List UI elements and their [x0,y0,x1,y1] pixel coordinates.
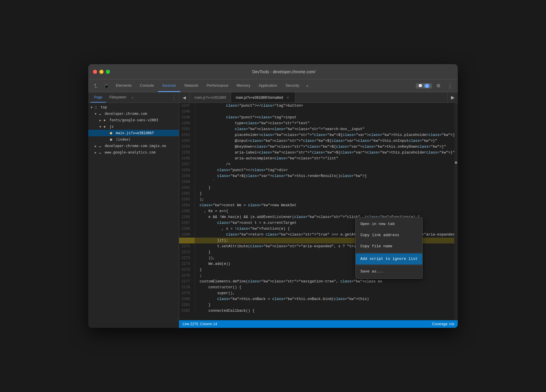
table-row: 2265 , Ke = e=>{ [179,208,458,214]
minimize-button[interactable] [99,70,104,74]
fullscreen-button[interactable] [106,70,110,74]
ctx-copy-link[interactable]: Copy link address [356,230,422,241]
tree-item-analytics[interactable]: ▶ ☁ www.google-analytics.com [88,149,179,156]
devtools-right-controls: 💬 1 ⚙ ⋮ [416,79,458,92]
tree-item-imgix[interactable]: ▶ ☁ developer-chrome-com.imgix.ne [88,143,179,149]
table-row: 2259 class="kw">${class="var">class="kw"… [179,173,458,179]
tree-arrow: ▶ [95,151,99,154]
window-title: DevTools - developer.chrome.com/ [115,69,453,74]
table-row: 2257 /> [179,161,458,167]
title-bar: DevTools - developer.chrome.com/ [88,64,458,79]
tree-arrow: ▼ [99,125,104,128]
tree-item-chrome-com[interactable]: ▼ ☁ developer.chrome.com [88,110,179,117]
editor-back-icon[interactable]: ◀ [179,92,190,103]
table-row: 2262} [179,191,458,197]
table-row: 2255 aria-label=class="kw">class="str">"… [179,150,458,156]
status-bar: Line 2270, Column 14 Coverage: n/a [179,320,458,328]
editor-tab-close-icon[interactable]: × [286,95,290,100]
tree-label-chrome-com: developer.chrome.com [105,112,147,116]
tree-item-js-folder[interactable]: ▼ ▪ js [88,123,179,130]
tree-label-fonts: fonts/google-sans-v2003 [109,118,158,122]
sidebar-menu-button[interactable]: ⋮ [169,94,179,101]
sidebar-more-tabs[interactable]: » [130,96,135,100]
cloud-icon: ☁ [99,144,104,148]
table-row: 2247 class="punct"></class="tag">button> [179,103,458,109]
tab-performance[interactable]: Performance [202,79,232,92]
tab-elements[interactable]: Elements [112,79,136,92]
tree-item-top[interactable]: ▼ □ top [88,104,179,110]
more-tabs-button[interactable]: » [303,79,311,92]
ctx-separator-2 [356,265,422,265]
ctx-save-as[interactable]: Save as... [356,266,422,277]
editor-tab-main-js[interactable]: main.js?v=e382d86f [190,92,231,103]
tree-label-main-js: main.js?v=e382d86f [116,131,154,135]
table-row: 2260 ` [179,179,458,185]
feedback-badge[interactable]: 💬 1 [416,83,432,88]
table-row: 2282 connectedCallback() { [179,308,458,314]
tree-label-analytics: www.google-analytics.com [105,150,155,154]
tab-console[interactable]: Console [136,79,158,92]
table-row: 2264class="kw">const We = class="kw">new… [179,202,458,208]
tab-memory[interactable]: Memory [233,79,255,92]
main-area: Page Filesystem » ⋮ ▼ □ top ▼ ☁ [88,92,458,328]
cursor-position: Line 2270, Column 14 [183,322,217,326]
table-row: 2251 class="kw">class=class="kw">class="… [179,126,458,132]
settings-icon[interactable]: ⚙ [433,83,444,88]
tree-arrow: ▼ [91,106,95,109]
tree-item-fonts[interactable]: ▶ ▪ fonts/google-sans-v2003 [88,117,179,123]
table-row: 2256 aria-autocomplete=class="kw">class=… [179,156,458,161]
tree-item-main-js[interactable]: ■ main.js?v=e382d86f [88,130,179,136]
ctx-copy-filename[interactable]: Copy file name [356,241,422,252]
minimap [454,103,458,320]
editor-collapse-icon[interactable]: ▶ [447,92,458,103]
traffic-lights [93,70,110,74]
devtools-window: DevTools - developer.chrome.com/ ⮤ 📱 Ele… [88,64,458,328]
tab-network[interactable]: Network [180,79,203,92]
cursor-tool-icon[interactable]: ⮤ [91,79,101,92]
tree-label-index: (index) [116,137,131,142]
sidebar-tab-bar: Page Filesystem » ⋮ [88,92,179,103]
devtools-tab-bar: ⮤ 📱 Elements Console Sources Network Per… [88,79,458,92]
sidebar-tab-filesystem[interactable]: Filesystem [106,92,130,103]
table-row: 2250 type=class="kw">class="str">"text" [179,120,458,126]
code-editor[interactable]: 2247 class="punct"></class="tag">button>… [179,103,458,320]
sources-sidebar: Page Filesystem » ⋮ ▼ □ top ▼ ☁ [88,92,179,328]
ctx-add-ignore[interactable]: Add script to ignore list [356,253,422,265]
context-menu: Open in new tab Copy link address Copy f… [355,217,423,279]
table-row: 2277customElements.define(class="kw">cla… [179,279,458,284]
table-row: 2281 } [179,302,458,308]
editor-tab-main-js-formatted[interactable]: main.js?v=e382d86f:formatted × [231,92,295,103]
editor-tab-bar: ◀ main.js?v=e382d86f main.js?v=e382d86f:… [179,92,458,103]
table-row: 2263); [179,197,458,202]
more-options-icon[interactable]: ⋮ [445,83,455,89]
folder-icon: ▪ [104,118,108,122]
tab-security[interactable]: Security [281,79,303,92]
coverage-status: Coverage: n/a [432,322,454,326]
table-row: 2258 class="punct"></class="tag">div> [179,167,458,173]
file-tree: ▼ □ top ▼ ☁ developer.chrome.com ▶ ▪ fon… [88,103,179,328]
close-button[interactable] [93,70,97,74]
file-icon: ■ [110,137,115,142]
editor-tab-label: main.js?v=e382d86f [194,96,226,100]
table-row: 2248 [179,109,458,115]
editor-area: ◀ main.js?v=e382d86f main.js?v=e382d86f:… [179,92,458,328]
table-row: 2249 class="punct"><class="tag">input [179,115,458,120]
minimap-thumb[interactable] [455,161,457,164]
tree-arrow: ▶ [95,144,99,148]
table-row: 2252 placeholder=class="kw">class="str">… [179,132,458,138]
folder-icon: □ [95,105,99,109]
cloud-icon: ☁ [99,150,104,154]
tree-arrow: ▼ [95,112,99,115]
folder-icon: ▪ [104,125,108,129]
ctx-separator [356,253,422,253]
tree-label-top: top [101,105,107,109]
file-icon: ■ [110,131,115,135]
tree-arrow: ▶ [99,119,104,122]
device-toggle-icon[interactable]: 📱 [101,79,112,92]
tab-sources[interactable]: Sources [158,79,180,92]
tree-label-js: js [109,125,113,129]
sidebar-tab-page[interactable]: Page [91,92,106,103]
tab-application[interactable]: Application [255,79,282,92]
tree-item-index[interactable]: ■ (index) [88,136,179,143]
ctx-open-new-tab[interactable]: Open in new tab [356,219,422,230]
